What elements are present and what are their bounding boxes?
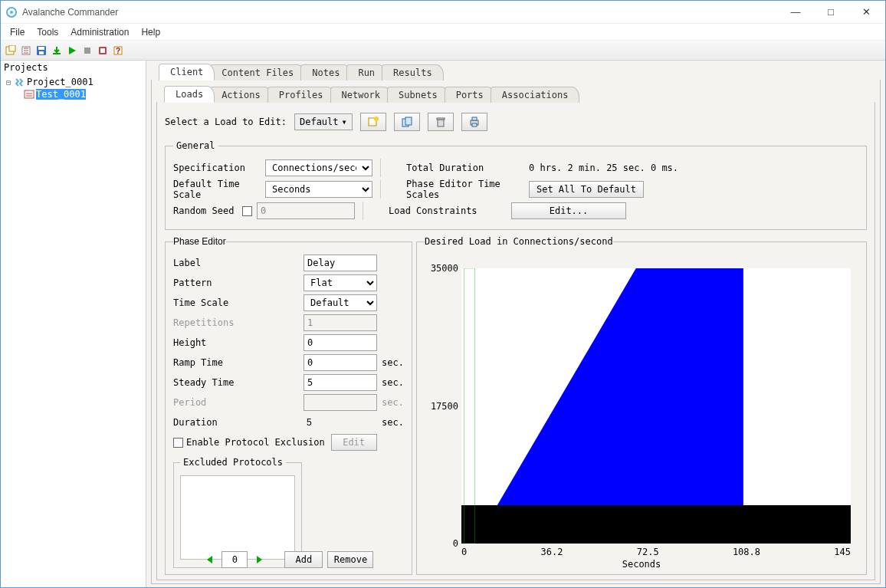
svg-rect-20 bbox=[437, 118, 445, 120]
tool-export-icon[interactable] bbox=[50, 44, 64, 57]
pe-duration-value: 5 bbox=[304, 417, 377, 428]
excluded-protocols-list[interactable] bbox=[180, 475, 295, 560]
general-group: General Specification Connections/second… bbox=[165, 140, 867, 230]
tree-test-label: Test_0001 bbox=[36, 89, 86, 100]
print-load-button[interactable] bbox=[461, 113, 487, 131]
pe-label-input[interactable] bbox=[304, 255, 377, 271]
new-load-button[interactable] bbox=[360, 113, 386, 131]
tool-play-icon[interactable] bbox=[65, 44, 79, 57]
tool-save-icon[interactable] bbox=[34, 44, 48, 57]
menu-file[interactable]: File bbox=[4, 25, 31, 39]
pe-duration-label: Duration bbox=[173, 417, 304, 428]
phase-add-button[interactable]: Add bbox=[284, 551, 323, 568]
tab-notes[interactable]: Notes bbox=[300, 64, 351, 80]
svg-rect-14 bbox=[25, 90, 34, 98]
tree-collapse-icon[interactable]: ⊟ bbox=[4, 78, 13, 87]
sub-tabs: Loads Actions Profiles Network Subnets P… bbox=[164, 84, 875, 103]
pe-period-label: Period bbox=[173, 397, 304, 408]
svg-rect-9 bbox=[84, 48, 90, 54]
load-select[interactable]: Default ▾ bbox=[294, 113, 353, 130]
protocol-exclusion-edit-button: Edit bbox=[331, 434, 377, 451]
random-seed-input[interactable] bbox=[257, 202, 355, 219]
tab-client[interactable]: Client bbox=[159, 64, 215, 80]
projects-title: Projects bbox=[1, 61, 146, 74]
y-tick-mid: 17500 bbox=[431, 401, 458, 412]
phase-next-button[interactable] bbox=[252, 553, 266, 567]
tab-associations[interactable]: Associations bbox=[491, 87, 580, 103]
pe-height-input[interactable] bbox=[304, 334, 377, 351]
tool-stop-icon[interactable] bbox=[80, 44, 94, 57]
pe-time-scale-label: Time Scale bbox=[173, 297, 304, 308]
svg-point-1 bbox=[10, 11, 13, 14]
phase-prev-button[interactable] bbox=[203, 553, 217, 567]
pe-repetitions-label: Repetitions bbox=[173, 317, 304, 328]
svg-rect-18 bbox=[405, 117, 412, 125]
chart-legend: Desired Load in Connections/second bbox=[425, 236, 613, 247]
load-chart[interactable]: 35000 17500 0 bbox=[461, 268, 851, 544]
tree-project-label: Project_0001 bbox=[27, 77, 94, 87]
svg-text:?: ? bbox=[116, 47, 120, 55]
x-tick-3: 108.8 bbox=[733, 547, 760, 557]
maximize-button[interactable]: □ bbox=[813, 2, 848, 23]
tree-test-row[interactable]: Test_0001 bbox=[4, 88, 143, 100]
window-title: Avalanche Commander bbox=[22, 7, 778, 18]
pe-unit: sec. bbox=[382, 357, 404, 368]
enable-protocol-exclusion-checkbox[interactable]: Enable Protocol Exclusion bbox=[173, 437, 325, 448]
tab-network[interactable]: Network bbox=[330, 87, 392, 103]
set-all-default-button[interactable]: Set All To Default bbox=[529, 181, 644, 198]
pe-time-scale-select[interactable]: Default bbox=[304, 294, 377, 311]
load-select-value: Default bbox=[300, 117, 339, 127]
tree-project-row[interactable]: ⊟ Project_0001 bbox=[4, 76, 143, 88]
menu-help[interactable]: Help bbox=[135, 25, 166, 39]
tab-content-files[interactable]: Content Files bbox=[210, 64, 305, 80]
pe-ramp-time-input[interactable] bbox=[304, 354, 377, 371]
phase-editor-legend: Phase Editor bbox=[173, 236, 226, 247]
toolbar: ? bbox=[1, 41, 885, 61]
specification-select[interactable]: Connections/second bbox=[265, 159, 372, 176]
y-tick-max: 35000 bbox=[431, 263, 458, 274]
tool-help-icon[interactable]: ? bbox=[111, 44, 125, 57]
load-constraints-label: Load Constraints bbox=[389, 205, 511, 216]
phase-editor-group: Phase Editor Label PatternFlat Time Scal… bbox=[165, 236, 412, 575]
default-time-scale-select[interactable]: Seconds bbox=[265, 181, 372, 198]
copy-load-button[interactable] bbox=[394, 113, 420, 131]
tab-run[interactable]: Run bbox=[346, 64, 386, 80]
tab-loads[interactable]: Loads bbox=[164, 86, 215, 103]
tab-ports[interactable]: Ports bbox=[445, 87, 495, 103]
total-duration-value: 0 hrs. 2 min. 25 sec. 0 ms. bbox=[529, 163, 678, 173]
x-axis: 0 36.2 72.5 108.8 145 bbox=[461, 547, 851, 557]
chart-group: Desired Load in Connections/second 35000… bbox=[416, 236, 867, 575]
pe-steady-time-input[interactable] bbox=[304, 374, 377, 391]
phase-nav: Add Remove bbox=[166, 551, 412, 568]
minimize-button[interactable]: — bbox=[778, 2, 813, 23]
tool-settings-icon[interactable] bbox=[96, 44, 110, 57]
x-tick-4: 145 bbox=[834, 547, 851, 557]
pe-pattern-select[interactable]: Flat bbox=[304, 274, 377, 291]
tool-open-icon[interactable] bbox=[19, 44, 33, 57]
pe-unit: sec. bbox=[382, 397, 404, 408]
pe-label-label: Label bbox=[173, 258, 304, 268]
close-button[interactable]: ✕ bbox=[848, 2, 884, 23]
phase-index-input[interactable] bbox=[222, 551, 248, 568]
menu-administration[interactable]: Administration bbox=[64, 25, 135, 39]
y-tick-min: 0 bbox=[453, 538, 458, 549]
select-load-label: Select a Load to Edit: bbox=[165, 117, 287, 127]
pe-height-label: Height bbox=[173, 337, 304, 348]
delete-load-button[interactable] bbox=[428, 113, 454, 131]
svg-rect-8 bbox=[53, 53, 61, 54]
phase-remove-button[interactable]: Remove bbox=[327, 551, 373, 568]
pe-repetitions-input bbox=[304, 314, 377, 331]
tab-profiles[interactable]: Profiles bbox=[267, 87, 335, 103]
tool-new-icon[interactable] bbox=[4, 44, 18, 57]
pe-pattern-label: Pattern bbox=[173, 278, 304, 288]
svg-rect-23 bbox=[472, 123, 477, 126]
tab-actions[interactable]: Actions bbox=[210, 87, 272, 103]
tab-subnets[interactable]: Subnets bbox=[387, 87, 449, 103]
svg-rect-19 bbox=[438, 120, 444, 126]
pe-period-input bbox=[304, 394, 377, 411]
menu-tools[interactable]: Tools bbox=[31, 25, 64, 39]
tab-results[interactable]: Results bbox=[382, 64, 444, 80]
svg-rect-11 bbox=[100, 48, 105, 53]
load-constraints-edit-button[interactable]: Edit... bbox=[511, 202, 626, 219]
random-seed-checkbox[interactable] bbox=[242, 206, 252, 216]
